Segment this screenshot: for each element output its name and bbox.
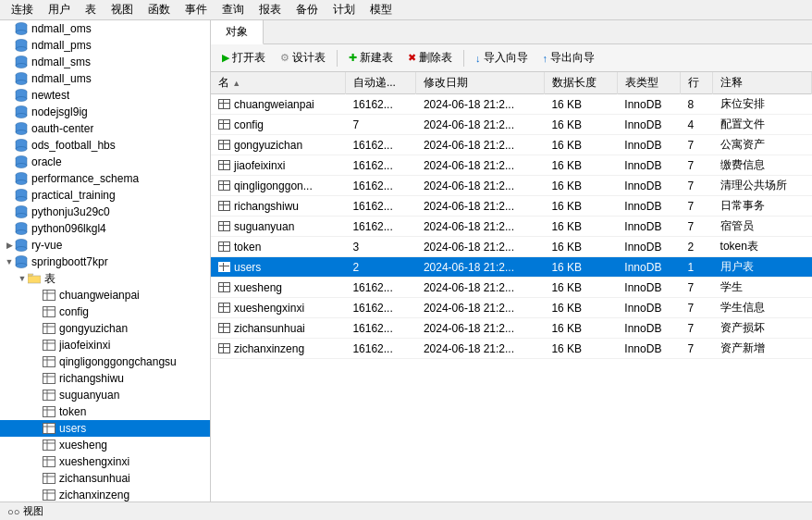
table-row[interactable]: gongyuzichan16162...2024-06-18 21:2...16… <box>211 135 812 155</box>
menu-item-6[interactable]: 查询 <box>215 0 252 19</box>
table-row[interactable]: token32024-06-18 21:2...16 KBInnoDB2toke… <box>211 237 812 257</box>
sidebar-item[interactable]: users <box>0 420 210 437</box>
sidebar-item[interactable]: jiaofeixinxi <box>0 337 210 353</box>
menu-item-8[interactable]: 备份 <box>289 0 326 19</box>
sidebar-item[interactable]: ndmall_sms <box>0 54 210 70</box>
sidebar-item[interactable]: ▶ ry-vue <box>0 237 210 254</box>
table-cell-4: InnoDB <box>617 237 680 257</box>
table-cell-1: 16162... <box>345 176 416 196</box>
toolbar: ▶打开表⚙设计表✚新建表✖删除表↓导入向导↑导出向导 <box>211 44 812 72</box>
sidebar-item[interactable]: newtest <box>0 87 210 104</box>
table-row[interactable]: richangshiwu16162...2024-06-18 21:2...16… <box>211 196 812 217</box>
sidebar-item[interactable]: ▼ springboott7kpr <box>0 254 210 270</box>
toolbar-btn-import[interactable]: ↓导入向导 <box>470 48 534 68</box>
menu-item-9[interactable]: 计划 <box>326 0 363 19</box>
menu-item-10[interactable]: 模型 <box>363 0 400 19</box>
svg-point-37 <box>16 147 27 152</box>
toolbar-btn-delete[interactable]: ✖删除表 <box>402 48 458 68</box>
table-cell-1: 7 <box>345 115 416 135</box>
table-cell-3: 16 KB <box>544 94 617 115</box>
table-row[interactable]: zichanxinzeng16162...2024-06-18 21:2...1… <box>211 339 812 359</box>
col-header-6[interactable]: 注释 <box>713 72 812 94</box>
table-row-name: xuesheng <box>234 281 282 294</box>
table-cell-3: 16 KB <box>544 318 617 339</box>
menu-item-0[interactable]: 连接 <box>4 0 41 19</box>
menu-item-3[interactable]: 视图 <box>104 0 141 19</box>
sidebar-item[interactable]: ods_football_hbs <box>0 137 210 154</box>
table-row[interactable]: xueshengxinxi16162...2024-06-18 21:2...1… <box>211 298 812 318</box>
tab-objects[interactable]: 对象 <box>211 20 264 44</box>
table-row[interactable]: users22024-06-18 21:2...16 KBInnoDB1用户表 <box>211 257 812 278</box>
sidebar-item[interactable]: ▼ 表 <box>0 270 210 287</box>
sidebar-item[interactable]: pythonju3u29c0 <box>0 204 210 220</box>
delete-icon: ✖ <box>408 52 416 64</box>
svg-rect-78 <box>43 307 55 317</box>
db-icon <box>15 155 30 168</box>
table-icon <box>43 423 57 434</box>
table-row-name: qingligonggon... <box>234 180 313 192</box>
sidebar-item[interactable]: config <box>0 303 210 320</box>
sidebar-item[interactable]: gongyuzichan <box>0 320 210 337</box>
sidebar-item[interactable]: richangshiwu <box>0 370 210 387</box>
import-icon: ↓ <box>475 53 481 64</box>
sidebar-item[interactable]: qingligonggongchangsu <box>0 353 210 370</box>
sidebar-item[interactable]: zichanxinzeng <box>0 487 210 501</box>
sidebar-item[interactable]: oauth-center <box>0 120 210 137</box>
toolbar-btn-open[interactable]: ▶打开表 <box>216 48 271 68</box>
table-cell-2: 2024-06-18 21:2... <box>416 257 545 278</box>
sidebar-item[interactable]: oracle <box>0 154 210 170</box>
menu-item-4[interactable]: 函数 <box>141 0 178 19</box>
col-header-0[interactable]: 名 ▲ <box>211 72 345 94</box>
table-row[interactable]: jiaofeixinxi16162...2024-06-18 21:2...16… <box>211 155 812 176</box>
table-cell-3: 16 KB <box>544 257 617 278</box>
table-row[interactable]: suguanyuan16162...2024-06-18 21:2...16 K… <box>211 217 812 237</box>
sidebar-item[interactable]: ndmall_ums <box>0 70 210 87</box>
sidebar-item[interactable]: xuesheng <box>0 437 210 453</box>
toolbar-btn-export[interactable]: ↑导出向导 <box>537 48 601 68</box>
sidebar-item[interactable]: chuangweianpai <box>0 287 210 303</box>
sidebar-item-label: config <box>59 305 89 318</box>
sidebar-item[interactable]: ndmall_pms <box>0 37 210 54</box>
col-header-5[interactable]: 行 <box>680 72 712 94</box>
col-header-2[interactable]: 修改日期 <box>416 72 545 94</box>
sidebar-item-label: ndmall_pms <box>31 39 92 52</box>
menu-item-1[interactable]: 用户 <box>41 0 78 19</box>
table-row-icon <box>218 201 230 211</box>
table-row-name: token <box>234 241 261 254</box>
table-cell-5: 7 <box>680 217 712 237</box>
sidebar-item[interactable]: ndmall_oms <box>0 20 210 37</box>
table-row-name: zichanxinzeng <box>234 342 304 355</box>
table-row[interactable]: xuesheng16162...2024-06-18 21:2...16 KBI… <box>211 278 812 298</box>
svg-rect-99 <box>43 424 55 434</box>
table-row[interactable]: zichansunhuai16162...2024-06-18 21:2...1… <box>211 318 812 339</box>
expand-icon[interactable]: ▼ <box>4 256 15 267</box>
menu-item-2[interactable]: 表 <box>78 0 104 19</box>
toolbar-btn-design[interactable]: ⚙设计表 <box>275 48 331 68</box>
toolbar-btn-new[interactable]: ✚新建表 <box>343 48 399 68</box>
sidebar-item[interactable]: xueshengxinxi <box>0 453 210 470</box>
sidebar-item-label: chuangweianpai <box>59 289 140 302</box>
sidebar-item[interactable]: performance_schema <box>0 170 210 187</box>
sidebar-item[interactable]: suguanyuan <box>0 387 210 403</box>
sidebar-item[interactable]: zichansunhuai <box>0 470 210 487</box>
sidebar-item-label: richangshiwu <box>59 372 124 385</box>
expand-icon[interactable]: ▶ <box>4 240 15 251</box>
sidebar-item-label: zichansunhuai <box>59 472 130 485</box>
sidebar-item[interactable]: practical_training <box>0 187 210 204</box>
table-cell-5: 1 <box>680 257 712 278</box>
col-header-4[interactable]: 表类型 <box>617 72 680 94</box>
table-row[interactable]: config72024-06-18 21:2...16 KBInnoDB4配置文… <box>211 115 812 135</box>
col-header-3[interactable]: 数据长度 <box>544 72 617 94</box>
sidebar-item[interactable]: nodejsgl9ig <box>0 104 210 120</box>
table-row[interactable]: chuangweianpai16162...2024-06-18 21:2...… <box>211 94 812 115</box>
table-row[interactable]: qingligonggon...16162...2024-06-18 21:2.… <box>211 176 812 196</box>
table-icon <box>43 440 57 451</box>
db-icon <box>15 222 30 235</box>
sidebar-item[interactable]: token <box>0 403 210 420</box>
expand-icon[interactable]: ▼ <box>17 273 28 284</box>
sidebar-item-label: zichanxinzeng <box>59 489 129 501</box>
menu-item-5[interactable]: 事件 <box>178 0 215 19</box>
menu-item-7[interactable]: 报表 <box>252 0 289 19</box>
sidebar-item[interactable]: python096lkgl4 <box>0 220 210 237</box>
col-header-1[interactable]: 自动递... <box>345 72 416 94</box>
